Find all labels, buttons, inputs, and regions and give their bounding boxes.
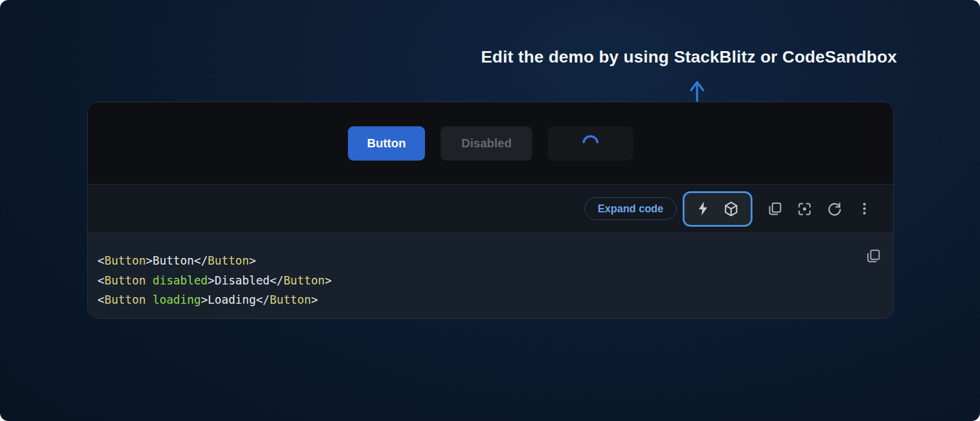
primary-button[interactable]: Button: [348, 126, 425, 161]
stackblitz-icon[interactable]: [696, 201, 710, 217]
loading-spinner-icon: [581, 134, 600, 152]
demo-preview: Button Disabled: [88, 102, 893, 185]
demo-toolbar: Expand code: [88, 185, 893, 233]
refresh-demo-button[interactable]: [826, 200, 843, 217]
more-vertical-icon: [857, 201, 872, 217]
codesandbox-icon[interactable]: [723, 201, 739, 217]
code-panel: <Button>Button</Button><Button disabled>…: [88, 233, 893, 318]
demo-card: Button Disabled Expand code: [87, 102, 894, 319]
copy-icon: [766, 201, 783, 217]
isolate-demo-button[interactable]: [796, 200, 813, 217]
annotation-text: Edit the demo by using StackBlitz or Cod…: [481, 48, 897, 67]
copy-icon: [864, 248, 881, 265]
copy-demo-button[interactable]: [766, 200, 783, 217]
expand-code-button[interactable]: Expand code: [585, 197, 677, 220]
page-background: Edit the demo by using StackBlitz or Cod…: [0, 0, 980, 421]
more-actions-button[interactable]: [856, 200, 873, 217]
copy-code-button[interactable]: [864, 248, 881, 265]
focus-icon: [796, 201, 813, 217]
sandbox-icons-highlight-box: [683, 191, 752, 227]
code-line: <Button loading>Loading</Button>: [98, 290, 857, 310]
refresh-icon: [826, 201, 843, 217]
disabled-button[interactable]: Disabled: [441, 126, 532, 161]
code-line: <Button disabled>Disabled</Button>: [98, 271, 857, 290]
code-line: <Button>Button</Button>: [98, 251, 857, 271]
code-block: <Button>Button</Button><Button disabled>…: [98, 251, 857, 310]
loading-button[interactable]: [548, 126, 633, 161]
